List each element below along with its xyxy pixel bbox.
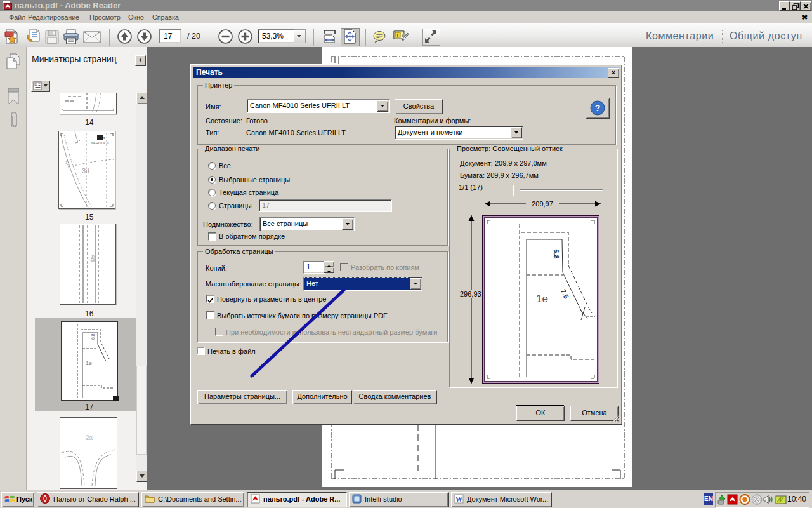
svg-text:6.8: 6.8 — [91, 333, 95, 340]
svg-text:6.8: 6.8 — [553, 249, 560, 258]
svg-text:W: W — [455, 495, 463, 503]
svg-text:209,97: 209,97 — [532, 200, 553, 208]
svg-text:3d: 3d — [82, 167, 89, 175]
svg-text:?: ? — [595, 103, 601, 113]
svg-text:2a: 2a — [86, 434, 93, 441]
svg-text:5: 5 — [103, 136, 106, 140]
svg-text:5'6: 5'6 — [64, 160, 71, 168]
svg-text:T: T — [396, 32, 400, 38]
svg-text:4d: 4d — [89, 255, 96, 262]
svg-text:YAHOUCIL: YAHOUCIL — [91, 141, 110, 145]
svg-text:1e: 1e — [86, 360, 92, 366]
svg-text:7.5: 7.5 — [560, 288, 570, 300]
svg-text:1e: 1e — [536, 293, 548, 305]
